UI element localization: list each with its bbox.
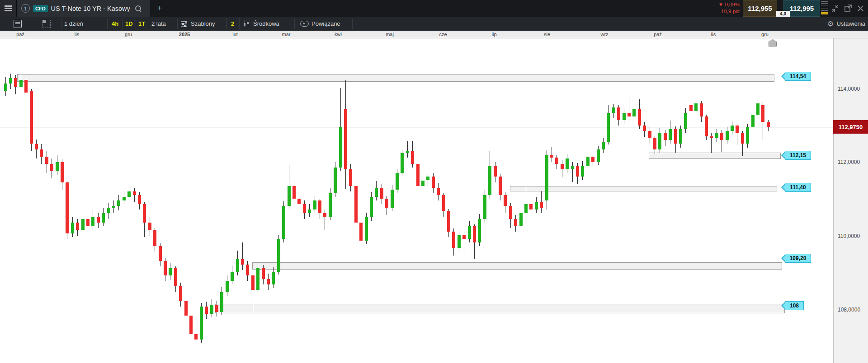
price-axis-label: 110,0000	[838, 233, 860, 239]
month-label: lut	[232, 32, 238, 37]
month-label: gru	[125, 32, 132, 37]
add-tab-button[interactable]: +	[154, 2, 165, 14]
instrument-title: US T-Note 10 YR - Kasowy	[51, 5, 130, 12]
chart-plot-area[interactable]	[0, 38, 833, 363]
collapse-window-icon[interactable]	[831, 4, 840, 13]
cfd-badge: CFD	[33, 5, 48, 12]
month-label: mar	[282, 32, 291, 37]
triangle-down-icon: ▼	[718, 2, 723, 7]
period-selector[interactable]: 1 dzień	[64, 17, 83, 31]
month-label: maj	[386, 32, 394, 37]
tab-number-badge: 1	[21, 4, 30, 13]
search-icon[interactable]	[135, 5, 142, 12]
month-label: 2025	[179, 32, 190, 37]
gear-icon: ⚙	[827, 20, 834, 28]
candlestick-icon	[243, 20, 250, 27]
settings-button[interactable]: ⚙ Ustawienia	[827, 17, 865, 31]
bid-price-button[interactable]: 112,955	[743, 0, 777, 17]
spread-badge: 4,0	[776, 11, 790, 17]
timeframe-4h-button[interactable]: 4h	[112, 17, 118, 31]
month-label: lip	[491, 32, 496, 37]
price-level-tag[interactable]: 108	[785, 301, 804, 310]
price-level-tag[interactable]: 109,20	[785, 254, 811, 263]
time-axis[interactable]: paźlisgru2025lutmarkwimajczelipsiewrzpaź…	[0, 31, 868, 38]
change-percent: 0,09%	[725, 2, 740, 7]
main-menu-button[interactable]	[0, 0, 17, 17]
month-label: sie	[544, 32, 550, 37]
chart-toolbar: 1 dzień 4h 1D 1T 2 lata Szablony 2 Środk…	[0, 17, 868, 31]
change-block: ▼ 0,09% 10,9 pkt	[718, 1, 740, 15]
month-label: kwi	[335, 32, 342, 37]
price-axis-label: 114,0000	[838, 86, 860, 92]
hamburger-icon	[5, 5, 12, 7]
price-level-tag[interactable]: 112,15	[785, 151, 811, 160]
chart-window: 1 CFD US T-Note 10 YR - Kasowy + ▼ 0,09%…	[0, 0, 868, 363]
price-level-tag[interactable]: 111,40	[785, 183, 811, 192]
month-label: wrz	[600, 32, 608, 37]
close-icon[interactable]	[856, 4, 865, 13]
price-axis[interactable]: 114,0000112,0000110,0000108,0000	[833, 38, 868, 363]
month-label: paź	[16, 32, 24, 37]
layers-widget[interactable]	[821, 1, 828, 15]
layout-button[interactable]	[42, 17, 51, 31]
layout-grid-icon	[42, 20, 51, 28]
related-button[interactable]: Powiązane	[300, 17, 340, 31]
month-label: gru	[761, 32, 769, 37]
object-list-button[interactable]	[14, 17, 22, 31]
month-label: lis	[711, 32, 716, 37]
active-layer-icon	[821, 12, 828, 14]
timeframe-1w-button[interactable]: 1T	[138, 17, 145, 31]
templates-button[interactable]: Szablony	[181, 17, 215, 31]
title-bar: 1 CFD US T-Note 10 YR - Kasowy + ▼ 0,09%…	[0, 0, 868, 17]
sliders-icon	[181, 21, 188, 27]
price-axis-label: 112,0000	[838, 159, 860, 165]
list-icon	[14, 20, 22, 28]
month-label: cze	[439, 32, 447, 37]
month-label: lis	[75, 32, 79, 37]
instrument-tab[interactable]: 1 CFD US T-Note 10 YR - Kasowy	[17, 0, 150, 17]
middle-chart-button[interactable]: Środkowa	[243, 17, 279, 31]
eye-icon	[300, 21, 309, 27]
open-in-new-window-icon[interactable]	[844, 4, 852, 13]
range-selector[interactable]: 2 lata	[151, 17, 166, 31]
month-label: paź	[654, 32, 662, 37]
change-points: 10,9 pkt	[718, 8, 740, 15]
timeframe-1d-button[interactable]: 1D	[125, 17, 133, 31]
price-axis-label: 108,0000	[838, 307, 860, 313]
price-level-tag[interactable]: 114,54	[785, 72, 811, 81]
templates-count-badge[interactable]: 2	[231, 17, 234, 31]
